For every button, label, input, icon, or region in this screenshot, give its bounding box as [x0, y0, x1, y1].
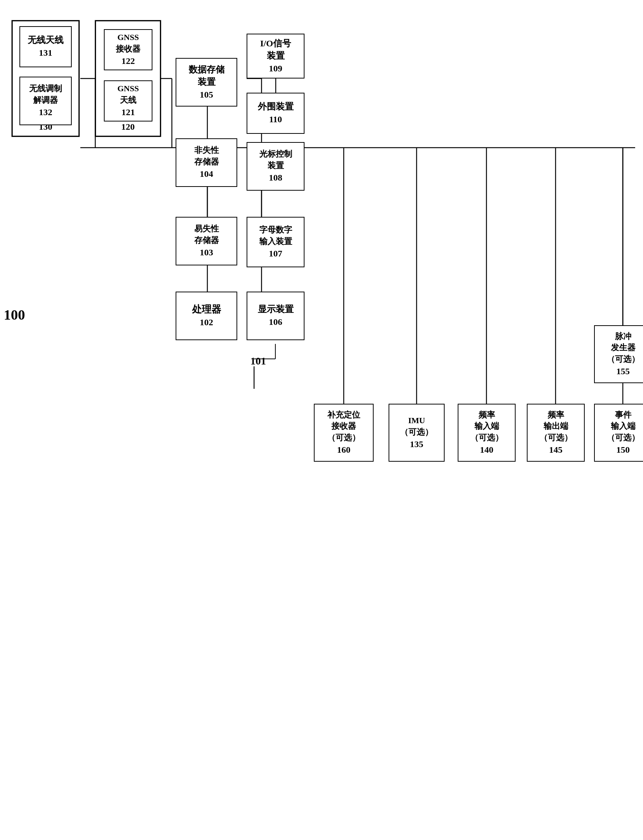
- box-peripheral: 外围装置 110: [246, 93, 305, 134]
- box-freq-output: 频率输出端（可选） 145: [527, 404, 585, 462]
- diagram-label-100: 100: [4, 307, 25, 323]
- box-wireless-modem: 无线调制解调器 132: [20, 77, 72, 125]
- box-volatile-mem: 易失性存储器 103: [176, 217, 237, 265]
- diagram-container: 100 无线通信组件 130 无线天线 131 无线调制解调器 132 位置确定…: [0, 0, 643, 840]
- box-gnss-antenna: GNSS天线 121: [104, 80, 152, 121]
- box-wireless-antenna: 无线天线 131: [20, 26, 72, 67]
- box-nonvolatile-mem: 非失性存储器 104: [176, 138, 237, 187]
- box-io-signal: I/O信号装置 109: [246, 34, 305, 78]
- box-display: 显示装置 106: [246, 292, 305, 340]
- box-event-input: 事件输入端（可选） 150: [594, 404, 643, 462]
- box-imu: IMU（可选） 135: [388, 404, 445, 462]
- box-processor: 处理器 102: [176, 292, 237, 340]
- box-alphanum-input: 字母数字输入装置 107: [246, 217, 305, 267]
- box-gnss-receiver: GNSS接收器 122: [104, 29, 152, 70]
- box-cursor-ctrl: 光标控制装置 108: [246, 142, 305, 191]
- label-101: 101: [250, 355, 266, 367]
- box-pulse-gen: 脉冲发生器（可选） 155: [594, 325, 643, 383]
- box-supplemental-receiver: 补充定位接收器（可选） 160: [314, 404, 374, 462]
- box-data-storage: 数据存储装置 105: [176, 58, 237, 106]
- box-freq-input: 频率输入端（可选） 140: [458, 404, 516, 462]
